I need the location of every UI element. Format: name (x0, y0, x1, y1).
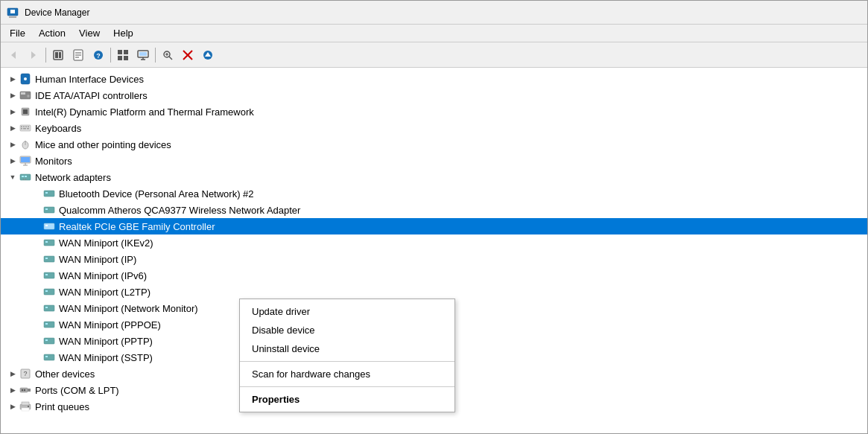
tree-item-intel[interactable]: ▶ Intel(R) Dynamic Platform and Thermal … (1, 103, 867, 120)
label-monitors: Monitors (35, 156, 72, 167)
tree-item-hid[interactable]: ▶ Human Interface Devices (1, 71, 867, 87)
tree-item-wan-l2tp[interactable]: ▶ WAN Miniport (L2TP) (1, 284, 867, 300)
toolbar-separator-2 (110, 48, 111, 63)
svg-rect-74 (45, 323, 48, 325)
label-qualcomm: Qualcomm Atheros QCA9377 Wireless Networ… (59, 205, 300, 216)
svg-rect-16 (118, 56, 122, 60)
label-network-adapters: Network adapters (35, 172, 111, 183)
tree-item-bluetooth[interactable]: ▶ Bluetooth Device (Personal Area Networ… (1, 185, 867, 202)
properties-button[interactable] (69, 45, 88, 65)
label-ide: IDE ATA/ATAPI controllers (35, 90, 148, 101)
tree-item-mice[interactable]: ▶ Mice and other pointing devices (1, 136, 867, 153)
menu-file[interactable]: File (4, 26, 31, 40)
update-driver-button[interactable] (198, 45, 218, 65)
content-area: ▶ Human Interface Devices ▶ (1, 68, 867, 433)
scan-hardware-button[interactable] (158, 45, 177, 65)
expander-monitors: ▶ (7, 155, 19, 167)
svg-marker-4 (31, 51, 36, 59)
label-mice: Mice and other pointing devices (35, 139, 171, 150)
window-title: Device Manager (25, 7, 89, 18)
svg-rect-64 (45, 241, 48, 243)
tree-item-keyboards[interactable]: ▶ Keyboards (1, 120, 867, 136)
icon-wan-pppoe (42, 318, 56, 331)
svg-rect-1 (9, 16, 16, 18)
svg-rect-43 (23, 128, 26, 130)
expander-print-queues: ▶ (7, 401, 19, 412)
svg-rect-36 (23, 109, 28, 114)
svg-rect-70 (45, 290, 48, 292)
tree-item-wan-ip[interactable]: ▶ WAN Miniport (IP) (1, 251, 867, 267)
svg-rect-66 (45, 258, 48, 259)
svg-rect-76 (45, 339, 48, 341)
refresh-button[interactable] (48, 45, 68, 65)
menu-action[interactable]: Action (33, 26, 72, 40)
svg-rect-60 (45, 208, 48, 210)
icon-bluetooth (42, 187, 56, 200)
ctx-properties[interactable]: Properties (240, 390, 454, 409)
svg-rect-82 (28, 389, 31, 392)
expander-hid: ▶ (7, 73, 19, 85)
expander-ide: ▶ (7, 89, 19, 101)
view-by-connection-button[interactable] (133, 45, 153, 65)
svg-point-47 (25, 141, 26, 142)
help-button[interactable]: ? (89, 45, 108, 65)
menu-view[interactable]: View (73, 26, 106, 40)
expander-mice: ▶ (7, 138, 19, 150)
icon-network-adapters (19, 170, 32, 184)
svg-rect-56 (25, 179, 26, 180)
label-wan-ip: WAN Miniport (IP) (59, 254, 136, 265)
svg-marker-3 (11, 51, 16, 59)
icon-qualcomm (42, 203, 56, 217)
tree-item-monitors[interactable]: ▶ Monitors (1, 153, 867, 169)
icon-realtek (42, 220, 56, 233)
label-wan-pptp: WAN Miniport (PPTP) (59, 336, 153, 347)
icon-wan-l2tp (42, 285, 56, 299)
label-intel: Intel(R) Dynamic Platform and Thermal Fr… (35, 106, 254, 118)
title-bar: Device Manager (1, 1, 867, 25)
icon-monitors (19, 154, 32, 167)
icon-hid (19, 72, 32, 86)
svg-point-31 (24, 77, 27, 80)
ctx-uninstall-device[interactable]: Uninstall device (240, 339, 454, 358)
icon-wan-ip (42, 252, 56, 266)
tree-item-wan-ikev2[interactable]: ▶ WAN Miniport (IKEv2) (1, 234, 867, 251)
expander-intel: ▶ (7, 106, 19, 118)
svg-rect-21 (139, 52, 147, 56)
svg-point-84 (24, 389, 25, 391)
ctx-update-driver[interactable]: Update driver (240, 302, 454, 321)
menu-bar: File Action View Help (1, 25, 867, 42)
tree-item-qualcomm[interactable]: ▶ Qualcomm Atheros QCA9377 Wireless Netw… (1, 202, 867, 218)
back-button[interactable] (4, 45, 23, 65)
label-wan-netmon: WAN Miniport (Network Monitor) (59, 303, 198, 314)
ctx-separator-2 (240, 386, 454, 387)
svg-point-88 (28, 406, 29, 407)
icon-ide (19, 89, 32, 102)
svg-rect-41 (28, 127, 29, 128)
svg-rect-87 (22, 408, 29, 411)
svg-rect-86 (22, 402, 29, 405)
expander-other-devices: ▶ (7, 368, 19, 380)
icon-wan-netmon (42, 301, 56, 315)
svg-point-83 (22, 389, 23, 391)
svg-rect-15 (124, 50, 128, 54)
tree-item-ide[interactable]: ▶ IDE ATA/ATAPI controllers (1, 87, 867, 103)
remove-device-button[interactable] (178, 45, 197, 65)
expander-keyboards: ▶ (7, 122, 19, 134)
label-realtek: Realtek PCIe GBE Family Controller (59, 221, 215, 232)
svg-text:?: ? (23, 370, 27, 377)
ctx-scan-hardware[interactable]: Scan for hardware changes (240, 365, 454, 383)
forward-button[interactable] (24, 45, 43, 65)
svg-rect-62 (45, 225, 48, 226)
view-devices-button[interactable] (113, 45, 133, 65)
label-print-queues: Print queues (35, 401, 89, 412)
ctx-disable-device[interactable]: Disable device (240, 321, 454, 339)
svg-line-23 (169, 57, 172, 60)
svg-rect-40 (25, 127, 27, 128)
expander-network-adapters: ▼ (7, 171, 19, 183)
toolbar-separator-1 (45, 48, 46, 63)
tree-item-realtek[interactable]: ▶ Realtek PCIe GBE Family Controller (1, 218, 867, 234)
tree-item-network-adapters[interactable]: ▼ Network adapters (1, 169, 867, 185)
tree-item-wan-ipv6[interactable]: ▶ WAN Miniport (IPv6) (1, 267, 867, 284)
icon-wan-sstp (42, 351, 56, 364)
menu-help[interactable]: Help (107, 26, 139, 40)
